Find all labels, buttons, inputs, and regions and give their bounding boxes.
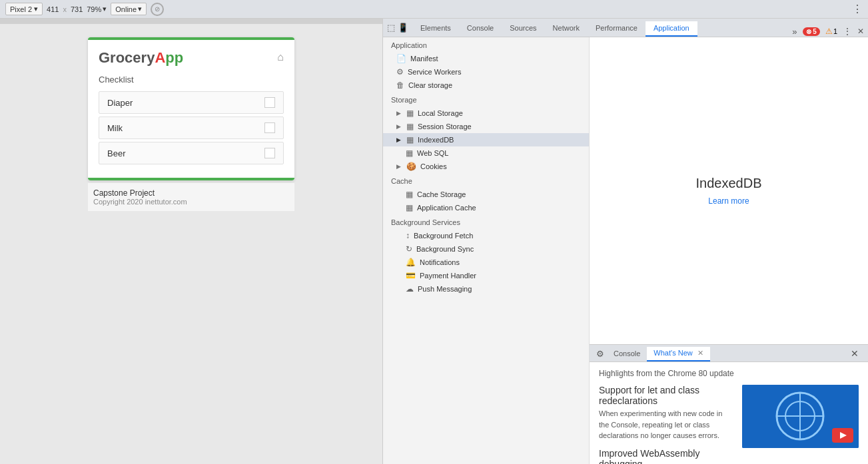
close-bottom-panel-button[interactable]: ✕: [845, 346, 864, 361]
sidebar-item-web-sql[interactable]: ▦ Web SQL: [383, 146, 589, 160]
sidebar-section-storage: Storage: [383, 92, 589, 107]
tab-console[interactable]: Console: [459, 21, 502, 37]
app-card-bottom-border: [88, 178, 294, 180]
thumbnail-svg: [742, 385, 859, 448]
sidebar-item-background-fetch[interactable]: ↕ Background Fetch: [383, 229, 589, 242]
more-icon: ⋮: [852, 3, 863, 15]
sidebar-item-payment-handler[interactable]: 💳 Payment Handler: [383, 269, 589, 282]
tab-application[interactable]: Application: [646, 21, 697, 37]
sidebar-item-label: Payment Handler: [420, 272, 476, 280]
local-storage-icon: ▦: [406, 109, 414, 118]
notifications-icon: 🔔: [406, 258, 416, 267]
web-sql-icon: ▦: [406, 148, 413, 158]
close-tab-icon[interactable]: ✕: [697, 349, 703, 357]
bottom-content: Highlights from the Chrome 80 update Sup…: [590, 362, 868, 464]
more-menu-button[interactable]: ⋮: [852, 3, 863, 15]
home-icon[interactable]: ⌂: [277, 51, 284, 63]
news-item-title: Support for let and class redeclarations: [599, 385, 734, 406]
sidebar-item-notifications[interactable]: 🔔 Notifications: [383, 256, 589, 269]
devtools-tab-bar: ⬚ 📱 Elements Console Sources Network Per…: [383, 19, 868, 37]
chevron-down-icon: ▾: [34, 5, 38, 13]
phone-top-bar: [0, 19, 382, 24]
news-with-thumbnail: Support for let and class redeclarations…: [599, 385, 859, 464]
sidebar-item-label: Push Messaging: [418, 285, 472, 293]
news-item-0: Support for let and class redeclarations…: [599, 385, 734, 441]
sidebar-item-label: Background Fetch: [414, 232, 473, 240]
expand-arrow-icon: ▶: [396, 110, 401, 116]
warn-indicator: ⚠ 1: [825, 27, 837, 36]
learn-more-link[interactable]: Learn more: [708, 196, 749, 206]
indexeddb-icon: ▦: [406, 135, 414, 144]
devtools-sidebar: Application 📄 Manifest ⚙ Service Workers…: [383, 37, 590, 464]
highlights-title: Highlights from the Chrome 80 update: [599, 369, 859, 378]
push-messaging-icon: ☁: [406, 284, 414, 294]
console-settings-icon[interactable]: ⚙: [594, 346, 607, 361]
devtools-body: Application 📄 Manifest ⚙ Service Workers…: [383, 37, 868, 464]
sidebar-item-indexeddb[interactable]: ▶ ▦ IndexedDB: [383, 133, 589, 146]
sidebar-item-push-messaging[interactable]: ☁ Push Messaging: [383, 282, 589, 296]
close-devtools-button[interactable]: ✕: [857, 27, 864, 36]
session-storage-icon: ▦: [406, 122, 414, 131]
bottom-tab-bar: ⚙ Console What's New ✕ ✕: [590, 345, 868, 362]
indexeddb-content: IndexedDB Learn more: [590, 37, 868, 344]
tab-sources[interactable]: Sources: [502, 21, 544, 37]
logo-grocery: Grocery: [99, 49, 155, 66]
sidebar-item-label: Application Cache: [417, 204, 476, 212]
checklist-item-label: Beer: [107, 148, 125, 158]
warn-icon: ⚠: [825, 27, 833, 36]
sidebar-item-background-sync[interactable]: ↻ Background Sync: [383, 242, 589, 256]
sidebar-section-application: Application: [383, 37, 589, 52]
clear-storage-icon: 🗑: [396, 81, 404, 90]
no-throttle-icon: ⊘: [151, 3, 164, 16]
app-card: GroceryApp ⌂ Checklist Diaper Milk: [88, 37, 294, 180]
chevron-down-icon: ▾: [138, 5, 142, 13]
news-item-body: When experimenting with new code in the …: [599, 408, 734, 441]
sidebar-item-cache-storage[interactable]: ▦ Cache Storage: [383, 188, 589, 201]
news-item-title: Improved WebAssembly debugging: [599, 448, 734, 465]
viewport-width: 411: [47, 5, 59, 13]
sidebar-item-service-workers[interactable]: ⚙ Service Workers: [383, 65, 589, 79]
tab-console-bottom[interactable]: Console: [607, 348, 647, 361]
payment-handler-icon: 💳: [406, 271, 416, 280]
phone-preview-panel: GroceryApp ⌂ Checklist Diaper Milk: [0, 19, 383, 464]
background-sync-icon: ↻: [406, 244, 412, 254]
tab-performance[interactable]: Performance: [588, 21, 646, 37]
settings-button[interactable]: ⋮: [843, 26, 852, 37]
tab-whats-new[interactable]: What's New ✕: [647, 347, 709, 361]
sidebar-item-session-storage[interactable]: ▶ ▦ Session Storage: [383, 120, 589, 133]
sidebar-item-label: Clear storage: [408, 81, 452, 89]
checklist-item-label: Milk: [107, 123, 123, 133]
sidebar-item-application-cache[interactable]: ▦ Application Cache: [383, 201, 589, 214]
sidebar-item-local-storage[interactable]: ▶ ▦ Local Storage: [383, 107, 589, 120]
sidebar-item-manifest[interactable]: 📄 Manifest: [383, 52, 589, 65]
cookies-icon: 🍪: [406, 162, 416, 171]
app-footer-title: Capstone Project: [93, 188, 289, 198]
more-tabs-icon[interactable]: »: [792, 27, 797, 37]
tab-elements[interactable]: Elements: [412, 21, 459, 37]
sidebar-item-cookies[interactable]: ▶ 🍪 Cookies: [383, 160, 589, 173]
zoom-selector[interactable]: 79% ▾: [87, 5, 107, 13]
checklist-item-checkbox[interactable]: [264, 148, 275, 158]
logo-app2: pp: [165, 49, 183, 66]
application-cache-icon: ▦: [406, 203, 413, 212]
chevron-down-icon: ▾: [103, 5, 107, 13]
news-text-items: Support for let and class redeclarations…: [599, 385, 734, 464]
checklist-section: Checklist Diaper Milk Beer: [88, 75, 294, 178]
dimension-sep: x: [63, 5, 67, 13]
expand-arrow-icon: ▶: [396, 163, 401, 170]
sidebar-item-label: Web SQL: [417, 149, 449, 157]
checklist-item-checkbox[interactable]: [264, 97, 275, 108]
checklist-item-checkbox[interactable]: [264, 122, 275, 133]
sidebar-item-clear-storage[interactable]: 🗑 Clear storage: [383, 79, 589, 92]
error-badge: ⊗ 5: [803, 27, 820, 36]
device-selector[interactable]: Pixel 2 ▾: [5, 3, 43, 15]
app-footer-copyright: Copyright 2020 inettutor.com: [93, 198, 289, 206]
inspect-icon[interactable]: ⬚: [387, 23, 395, 33]
network-selector[interactable]: Online ▾: [111, 3, 147, 15]
phone-content: GroceryApp ⌂ Checklist Diaper Milk: [0, 24, 382, 464]
expand-arrow-icon: ▶: [396, 136, 401, 143]
tab-network[interactable]: Network: [545, 21, 588, 37]
device-icon[interactable]: 📱: [398, 23, 408, 33]
viewport-height: 731: [71, 5, 83, 13]
app-card-header: GroceryApp ⌂: [88, 40, 294, 75]
